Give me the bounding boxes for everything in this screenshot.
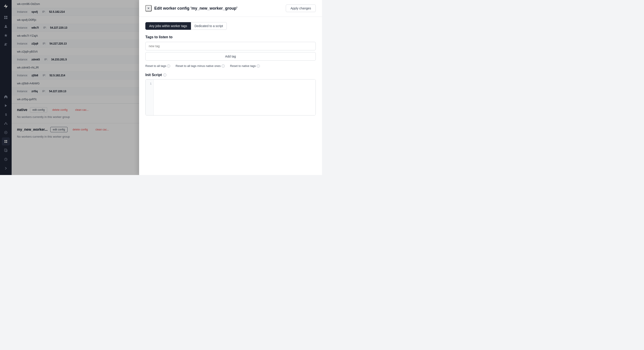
code-line-numbers: 1	[146, 80, 154, 115]
close-icon: ×	[147, 6, 150, 11]
add-tag-button[interactable]: Add tag	[145, 52, 316, 61]
new-tag-input[interactable]	[145, 42, 316, 50]
modal-close-button[interactable]: ×	[145, 5, 152, 12]
reset-minus-native-label: Reset to all tags minus native ones	[176, 64, 221, 68]
reset-all-tags-link[interactable]: Reset to all tags i	[145, 64, 170, 68]
init-script-label: Init Script	[145, 73, 162, 77]
reset-native-label: Reset to native tags	[230, 64, 256, 68]
reset-all-tags-label: Reset to all tags	[145, 64, 166, 68]
reset-minus-native-info-icon[interactable]: i	[222, 65, 225, 68]
apply-changes-button[interactable]: Apply changes	[286, 5, 316, 12]
tab-any-jobs[interactable]: Any jobs within worker tags	[145, 22, 191, 30]
code-editor: 1	[145, 79, 316, 116]
tab-switcher: Any jobs within worker tags Dedicated to…	[145, 22, 316, 30]
reset-native-link[interactable]: Reset to native tags i	[230, 64, 260, 68]
init-script-header: Init Script i	[145, 73, 316, 77]
reset-native-info-icon[interactable]: i	[257, 65, 260, 68]
edit-worker-config-modal: × Edit worker config 'my_new_worker_grou…	[139, 0, 322, 175]
reset-minus-native-link[interactable]: Reset to all tags minus native ones i	[176, 64, 225, 68]
init-script-textarea[interactable]	[154, 80, 316, 115]
tab-dedicated[interactable]: Dedicated to a script	[191, 22, 227, 30]
init-script-info-icon[interactable]: i	[163, 73, 166, 77]
line-number: 1	[147, 82, 152, 86]
modal-title: Edit worker config 'my_new_worker_group'	[154, 6, 283, 11]
modal-header: × Edit worker config 'my_new_worker_grou…	[139, 0, 322, 17]
reset-links-row: Reset to all tags i Reset to all tags mi…	[145, 64, 316, 68]
reset-all-info-icon[interactable]: i	[167, 65, 170, 68]
tags-section-label: Tags to listen to	[145, 35, 316, 39]
modal-body: Any jobs within worker tags Dedicated to…	[139, 17, 322, 175]
